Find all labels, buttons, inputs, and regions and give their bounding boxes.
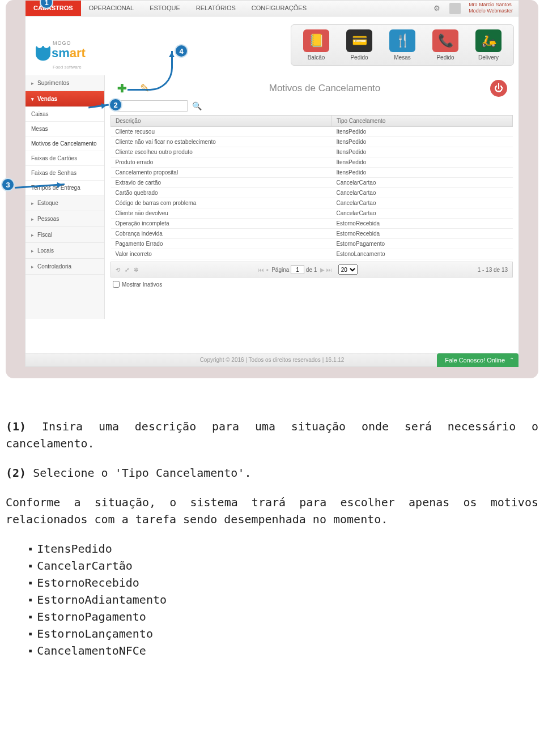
- table-row[interactable]: Cliente não devolveuCancelarCartao: [111, 208, 513, 219]
- table-row[interactable]: Pagamento ErradoEstornoPagamento: [111, 239, 513, 249]
- pager-range: 1 - 13 de 13: [478, 267, 508, 273]
- sidebar: ▸Suprimentos ▾Vendas Caixas Mesas Motivo…: [26, 75, 105, 319]
- pager-size-select[interactable]: 20: [338, 264, 358, 275]
- side-label: Locais: [37, 247, 54, 254]
- chevron-right-icon: ▸: [31, 232, 34, 238]
- qm-label: Pedido: [436, 54, 454, 61]
- col-descricao[interactable]: Descrição: [111, 116, 332, 127]
- chat-tab[interactable]: Fale Conosco! Online: [437, 353, 518, 367]
- sub-caixas[interactable]: Caixas: [26, 107, 104, 122]
- qm-pedido[interactable]: 💳Pedido: [340, 29, 379, 61]
- app-window: CADASTROS OPERACIONAL ESTOQUE RELATÓRIOS…: [25, 0, 519, 367]
- table-row[interactable]: Cliente escolheu outro produtoItensPedid…: [111, 147, 513, 157]
- show-inactive[interactable]: Mostrar Inativos: [110, 277, 513, 291]
- callout-badge-2: 2: [109, 98, 122, 112]
- qm-pedido2[interactable]: 📞Pedido: [426, 29, 465, 61]
- cell-descricao: Cartão quebrado: [111, 188, 332, 198]
- p1-body: Insira uma descrição para uma situação o…: [6, 420, 538, 450]
- refresh-icon[interactable]: ⟲: [116, 267, 120, 273]
- table-row[interactable]: Código de barras com problemaCancelarCar…: [111, 198, 513, 208]
- sub-faixas-senhas[interactable]: Faixas de Senhas: [26, 166, 104, 181]
- expand-icon[interactable]: ⤢: [125, 267, 129, 273]
- side-pessoas[interactable]: ▸Pessoas: [26, 211, 104, 227]
- table-row[interactable]: Cliente recusouItensPedido: [111, 127, 513, 137]
- list-item: EstornoLançamento: [28, 625, 538, 642]
- table-row[interactable]: Cancelamento propositalItensPedido: [111, 168, 513, 178]
- sub-motivos-cancelamento[interactable]: Motivos de Cancelamento: [26, 136, 104, 151]
- cell-descricao: Cliente recusou: [111, 127, 332, 137]
- list-item: EstornoRecebido: [28, 574, 538, 591]
- main-area: ▸Suprimentos ▾Vendas Caixas Mesas Motivo…: [26, 75, 518, 319]
- p2-body: Selecione o 'Tipo Cancelamento'.: [26, 466, 251, 480]
- p3: Conforme a situação, o sistema trará par…: [6, 494, 538, 528]
- pager: ⟲ ⤢ ✲ ⏮ ◀ Página de 1 ▶ ⏭: [110, 262, 513, 277]
- search-icon[interactable]: 🔍: [192, 101, 202, 110]
- pager-page-input[interactable]: [291, 265, 304, 274]
- side-locais[interactable]: ▸Locais: [26, 243, 104, 259]
- chevron-right-icon: ▸: [31, 264, 34, 270]
- cell-tipo: EstornoRecebida: [332, 229, 512, 239]
- side-label: Suprimentos: [37, 80, 69, 86]
- avatar[interactable]: [449, 3, 461, 14]
- side-label: Estoque: [37, 200, 58, 206]
- sub-faixas-cartoes[interactable]: Faixas de Cartões: [26, 151, 104, 166]
- chevron-down-icon: ▾: [31, 96, 34, 102]
- cell-descricao: Cobrança indevida: [111, 229, 332, 239]
- notebook-icon: 📒: [303, 29, 329, 52]
- side-estoque[interactable]: ▸Estoque: [26, 195, 104, 211]
- logo-text-b: art: [70, 46, 86, 60]
- chevron-right-icon: ▸: [31, 200, 34, 206]
- topnav-relatorios[interactable]: RELATÓRIOS: [188, 1, 244, 16]
- side-label: Fiscal: [37, 232, 52, 238]
- motorbike-icon: 🛵: [475, 29, 502, 52]
- pager-next-icon[interactable]: ▶: [320, 267, 325, 273]
- topnav-operacional[interactable]: OPERACIONAL: [81, 1, 142, 16]
- pager-last-icon[interactable]: ⏭: [326, 267, 332, 273]
- table-row[interactable]: Cobrança indevidaEstornoRecebida: [111, 229, 513, 239]
- page-title: Motivos de Cancelamento: [159, 83, 490, 94]
- col-tipo[interactable]: Tipo Cancelamento: [332, 116, 512, 127]
- qm-delivery[interactable]: 🛵Delivery: [469, 29, 508, 61]
- table-row[interactable]: Operação incompletaEstornoRecebida: [111, 219, 513, 229]
- qm-mesas[interactable]: 🍴Mesas: [383, 29, 422, 61]
- topnav-configuracoes[interactable]: CONFIGURAÇÕES: [244, 1, 314, 16]
- cell-descricao: Operação incompleta: [111, 219, 332, 229]
- logo-text-a: sm: [52, 46, 70, 60]
- gear-icon[interactable]: ⚙: [428, 1, 446, 16]
- table-row[interactable]: Extravio de cartãoCancelarCartao: [111, 178, 513, 188]
- cell-descricao: Código de barras com problema: [111, 198, 332, 208]
- power-button[interactable]: ⏻: [490, 80, 507, 97]
- side-vendas[interactable]: ▾Vendas: [26, 91, 104, 107]
- side-fiscal[interactable]: ▸Fiscal: [26, 227, 104, 243]
- qm-label: Delivery: [478, 54, 499, 61]
- footer-text: Copyright © 2016 | Todos os direitos res…: [200, 357, 345, 363]
- list-item: ItensPedido: [28, 540, 538, 557]
- topnav-estoque[interactable]: ESTOQUE: [142, 1, 188, 16]
- list-item: CancelarCartão: [28, 557, 538, 574]
- qm-balcao[interactable]: 📒Balcão: [297, 29, 335, 61]
- table-row[interactable]: Cartão quebradoCancelarCartao: [111, 188, 513, 198]
- cell-tipo: CancelarCartao: [332, 188, 512, 198]
- callout-badge-4: 4: [175, 44, 188, 58]
- side-suprimentos[interactable]: ▸Suprimentos: [26, 75, 104, 91]
- top-nav: CADASTROS OPERACIONAL ESTOQUE RELATÓRIOS…: [26, 1, 518, 16]
- cell-descricao: Produto errado: [111, 157, 332, 168]
- content-toolbar: ✚ ✎ Motivos de Cancelamento ⏻: [110, 78, 513, 100]
- sub-mesas[interactable]: Mesas: [26, 122, 104, 136]
- list-item: EstornoAdiantamento: [28, 591, 538, 608]
- table-row[interactable]: Valor incorretoEstonoLancamento: [111, 249, 513, 259]
- cell-tipo: CancelarCartao: [332, 198, 512, 208]
- show-inactive-checkbox[interactable]: [113, 281, 120, 288]
- user-block[interactable]: Mro Marcio Santos Modelo Webmaster: [463, 1, 518, 16]
- search-input[interactable]: [114, 100, 188, 112]
- table-row[interactable]: Cliente não vai ficar no estabelecimento…: [111, 137, 513, 147]
- qm-label: Pedido: [350, 54, 368, 61]
- side-controladoria[interactable]: ▸Controladoria: [26, 259, 104, 275]
- cell-descricao: Cliente não devolveu: [111, 208, 332, 219]
- pager-prev-icon[interactable]: ◀: [266, 267, 269, 273]
- table-row[interactable]: Produto erradoItensPedido: [111, 157, 513, 168]
- list-item: EstornoPagamento: [28, 608, 538, 625]
- cell-tipo: EstonoLancamento: [332, 249, 512, 259]
- cog-icon[interactable]: ✲: [134, 267, 138, 273]
- pager-first-icon[interactable]: ⏮: [258, 267, 264, 273]
